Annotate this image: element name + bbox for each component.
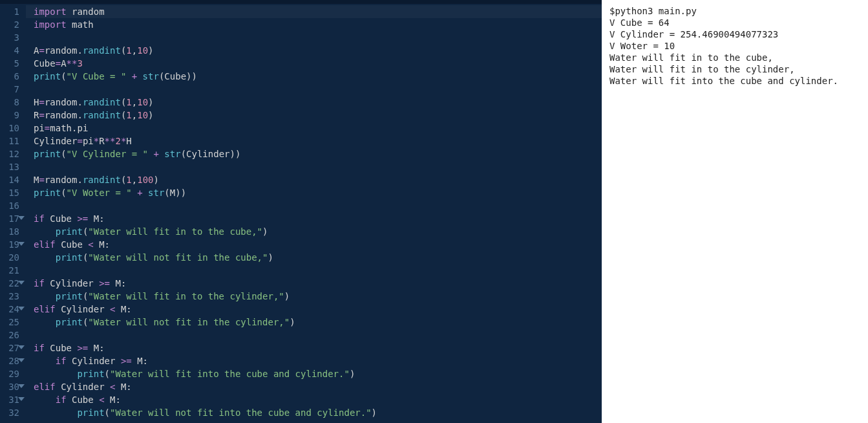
line-number: 30 <box>0 380 19 393</box>
line-number: 14 <box>0 173 19 186</box>
code-line[interactable]: import random <box>34 5 602 18</box>
line-number: 25 <box>0 316 19 329</box>
line-number: 28 <box>0 354 19 367</box>
code-line[interactable]: print("Water will fit in to the cylinder… <box>34 290 602 303</box>
code-line[interactable]: print("Water will not fit into the cube … <box>34 406 602 419</box>
line-number-gutter: 1234567891011121314151617181920212223242… <box>0 4 26 423</box>
line-number: 24 <box>0 303 19 316</box>
line-number: 23 <box>0 290 19 303</box>
code-line[interactable]: print("V Cylinder = " + str(Cylinder)) <box>34 147 602 160</box>
code-line[interactable]: if Cylinder >= M: <box>34 277 602 290</box>
code-line[interactable]: if Cube >= M: <box>34 342 602 354</box>
line-number: 10 <box>0 122 19 135</box>
terminal-output-line: Water will fit into the cube and cylinde… <box>609 75 860 87</box>
code-area[interactable]: import randomimport mathA=random.randint… <box>26 4 602 423</box>
line-number: 15 <box>0 186 19 199</box>
terminal-output-line: V Cube = 64 <box>609 17 860 28</box>
code-line[interactable]: Cylinder=pi*R**2*H <box>34 135 602 147</box>
line-number: 6 <box>0 70 19 83</box>
code-line[interactable] <box>34 329 602 342</box>
line-number: 11 <box>0 135 19 147</box>
terminal-output-line: Water will fit in to the cylinder, <box>609 63 860 75</box>
line-number: 5 <box>0 57 19 70</box>
line-number: 22 <box>0 277 19 290</box>
line-number: 27 <box>0 342 19 354</box>
line-number: 13 <box>0 160 19 173</box>
line-number: 18 <box>0 225 19 238</box>
line-number: 8 <box>0 96 19 109</box>
code-line[interactable]: print("Water will not fit in the cube,") <box>34 251 602 264</box>
terminal-output-line: Water will fit in to the cube, <box>609 52 860 63</box>
line-number: 9 <box>0 109 19 122</box>
line-number: 7 <box>0 83 19 96</box>
code-line[interactable] <box>34 83 602 96</box>
line-number: 4 <box>0 44 19 57</box>
code-editor-pane[interactable]: 1234567891011121314151617181920212223242… <box>0 0 602 423</box>
terminal-output-pane[interactable]: $python3 main.pyV Cube = 64V Cylinder = … <box>602 0 868 423</box>
code-line[interactable]: print("V Cube = " + str(Cube)) <box>34 70 602 83</box>
code-line[interactable]: print("V Woter = " + str(M)) <box>34 186 602 199</box>
code-line[interactable]: elif Cube < M: <box>34 238 602 251</box>
line-number: 3 <box>0 31 19 44</box>
line-number: 31 <box>0 393 19 406</box>
line-number: 26 <box>0 329 19 342</box>
code-line[interactable]: Cube=A**3 <box>34 57 602 70</box>
code-line[interactable]: if Cylinder >= M: <box>34 354 602 367</box>
terminal-output-line: V Woter = 10 <box>609 40 860 52</box>
line-number: 1 <box>0 5 19 18</box>
line-number: 21 <box>0 264 19 277</box>
code-line[interactable]: A=random.randint(1,10) <box>34 44 602 57</box>
line-number: 12 <box>0 147 19 160</box>
line-number: 32 <box>0 406 19 419</box>
code-line[interactable]: H=random.randint(1,10) <box>34 96 602 109</box>
code-line[interactable] <box>34 264 602 277</box>
line-number: 17 <box>0 212 19 225</box>
code-line[interactable] <box>34 199 602 212</box>
terminal-output-line: V Cylinder = 254.46900494077323 <box>609 28 860 40</box>
app-container: 1234567891011121314151617181920212223242… <box>0 0 868 423</box>
code-line[interactable]: elif Cylinder < M: <box>34 380 602 393</box>
code-line[interactable]: R=random.randint(1,10) <box>34 109 602 122</box>
line-number: 20 <box>0 251 19 264</box>
code-line[interactable] <box>34 31 602 44</box>
code-line[interactable]: pi=math.pi <box>34 122 602 135</box>
code-line[interactable]: elif Cylinder < M: <box>34 303 602 316</box>
code-line[interactable]: print("Water will fit in to the cube,") <box>34 225 602 238</box>
code-line[interactable] <box>34 160 602 173</box>
code-line[interactable]: if Cube < M: <box>34 393 602 406</box>
line-number: 19 <box>0 238 19 251</box>
code-line[interactable]: M=random.randint(1,100) <box>34 173 602 186</box>
line-number: 2 <box>0 18 19 31</box>
code-line[interactable]: if Cube >= M: <box>34 212 602 225</box>
code-line[interactable]: print("Water will fit into the cube and … <box>34 367 602 380</box>
terminal-command: $python3 main.py <box>609 5 860 17</box>
code-line[interactable]: print("Water will not fit in the cylinde… <box>34 316 602 329</box>
line-number: 16 <box>0 199 19 212</box>
line-number: 29 <box>0 367 19 380</box>
code-line[interactable]: import math <box>34 18 602 31</box>
